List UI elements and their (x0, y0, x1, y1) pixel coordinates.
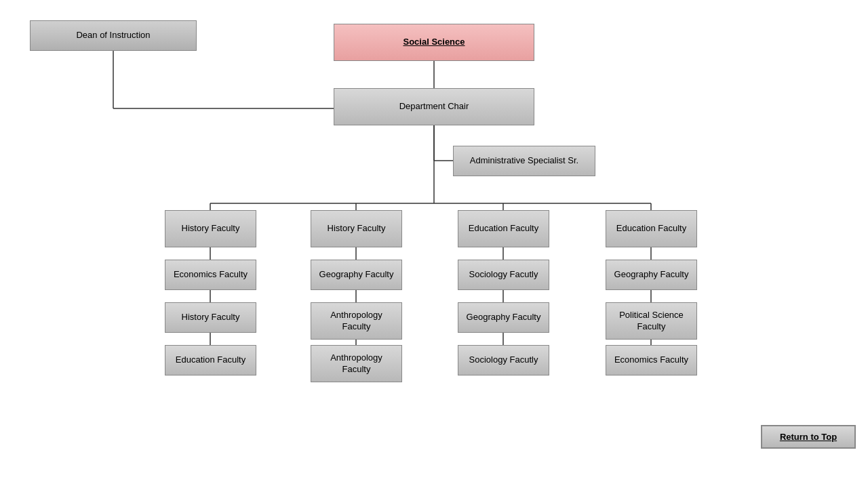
node-col2-r3: Anthropology Faculty (311, 302, 402, 340)
node-label: Political Science Faculty (612, 310, 691, 333)
node-col1-r1: History Faculty (165, 210, 256, 247)
node-dean: Dean of Instruction (30, 20, 197, 51)
node-label: Economics Faculty (614, 354, 688, 366)
node-col2-r4: Anthropology Faculty (311, 345, 402, 382)
node-label: History Faculty (182, 312, 240, 323)
node-label: Social Science (403, 37, 465, 48)
node-col4-r1: Education Faculty (606, 210, 697, 247)
node-col3-r4: Sociology Facutly (458, 345, 549, 375)
node-label: Education Faculty (616, 223, 686, 235)
node-col1-r3: History Faculty (165, 302, 256, 333)
org-chart: Social Science Dean of Instruction Depar… (0, 0, 868, 461)
node-admin-specialist: Administrative Specialist Sr. (453, 146, 595, 176)
node-label: Department Chair (399, 101, 469, 113)
node-label: Administrative Specialist Sr. (470, 155, 578, 167)
node-col1-r2: Economics Faculty (165, 260, 256, 290)
node-col2-r2: Geography Faculty (311, 260, 402, 290)
node-label: History Faculty (182, 223, 240, 235)
node-col2-r1: History Faculty (311, 210, 402, 247)
return-to-top-button[interactable]: Return to Top (761, 425, 856, 449)
node-col4-r3: Political Science Faculty (606, 302, 697, 340)
node-col1-r4: Education Faculty (165, 345, 256, 375)
node-col4-r4: Economics Faculty (606, 345, 697, 375)
node-label: Education Faculty (176, 354, 245, 366)
return-top-label: Return to Top (780, 432, 837, 442)
node-col3-r2: Sociology Facutly (458, 260, 549, 290)
connector-lines (0, 0, 868, 461)
node-label: History Faculty (328, 223, 386, 235)
node-label: Economics Faculty (174, 269, 248, 281)
node-col3-r1: Education Faculty (458, 210, 549, 247)
node-label: Dean of Instruction (76, 30, 150, 41)
node-col3-r3: Geography Faculty (458, 302, 549, 333)
node-col4-r2: Geography Faculty (606, 260, 697, 290)
node-label: Geography Faculty (319, 269, 394, 281)
node-label: Geography Faculty (467, 312, 541, 323)
node-label: Geography Faculty (614, 269, 689, 281)
node-social-science: Social Science (334, 24, 534, 61)
node-label: Sociology Facutly (469, 354, 538, 366)
node-dept-chair: Department Chair (334, 88, 534, 125)
node-label: Anthropology Faculty (317, 352, 396, 375)
node-label: Education Faculty (469, 223, 538, 235)
node-label: Sociology Facutly (469, 269, 538, 281)
node-label: Anthropology Faculty (317, 310, 396, 333)
